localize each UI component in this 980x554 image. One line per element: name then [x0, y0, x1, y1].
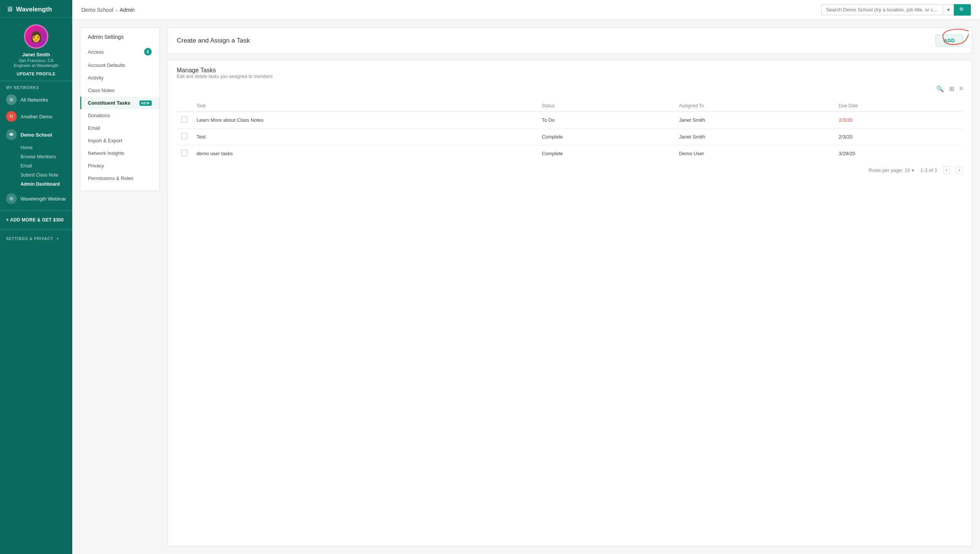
sidebar-item-all-networks[interactable]: ⊞ All Networks: [0, 91, 72, 108]
create-task-card: Create and Assign a Task ADD: [167, 27, 972, 54]
sidebar-item-wavelength-webinar[interactable]: ⊞ Wavelength Webinar: [0, 190, 72, 207]
table-row: TestCompleteJanet Smith2/3/20: [177, 129, 963, 145]
task-name-cell: Learn More about Class Notes: [192, 112, 537, 129]
task-checkbox[interactable]: [181, 117, 188, 123]
wavelength-webinar-label: Wavelength Webinar: [21, 196, 66, 202]
sidebar-item-another-demo[interactable]: M Another Demo: [0, 108, 72, 125]
access-label: Access: [88, 49, 104, 55]
col-header-assigned-to: Assigned To: [675, 100, 834, 112]
demo-school-section: 👁 Demo School Home Browse Members Email …: [0, 125, 72, 190]
wavelength-webinar-icon: ⊞: [6, 193, 17, 204]
admin-menu-privacy[interactable]: Privacy: [80, 160, 159, 172]
table-footer: Rows per page: 10 ▾ 1-3 of 3 ‹ ›: [177, 162, 963, 174]
tasks-toolbar: 🔍 ⊞ ≡: [177, 85, 963, 96]
admin-settings-panel: Admin Settings Access 6 Account Defaults…: [80, 27, 160, 191]
logo-icon: 🖥: [6, 5, 13, 13]
table-row: demo user tasksCompleteDemo User3/29/20: [177, 145, 963, 162]
search-filter-icon[interactable]: ▼: [943, 5, 954, 15]
another-demo-icon: M: [6, 111, 17, 122]
pagination-info: 1-3 of 3: [920, 168, 937, 173]
filter-icon[interactable]: ≡: [959, 85, 963, 93]
col-header-task: Task: [192, 100, 537, 112]
task-status-cell: Complete: [537, 129, 675, 145]
constituent-tasks-label: Constituent Tasks: [88, 100, 130, 106]
sidebar-subitem-submit-class-note[interactable]: Submit Class Note: [0, 171, 72, 180]
search-icon[interactable]: 🔍: [936, 85, 944, 93]
admin-menu-constituent-tasks[interactable]: Constituent Tasks NEW: [80, 97, 159, 109]
add-more-button[interactable]: + ADD MORE & GET $300: [0, 214, 72, 227]
permissions-roles-label: Permissions & Roles: [88, 176, 134, 181]
admin-menu-network-insights[interactable]: Network Insights: [80, 147, 159, 160]
tasks-table-body: Learn More about Class NotesTo DoJanet S…: [177, 112, 963, 162]
task-status-cell: To Do: [537, 112, 675, 129]
account-defaults-label: Account Defaults: [88, 62, 125, 68]
task-checkbox[interactable]: [181, 150, 188, 156]
admin-menu-permissions-roles[interactable]: Permissions & Roles: [80, 172, 159, 185]
admin-menu-access[interactable]: Access 6: [80, 45, 159, 59]
sidebar-subitem-admin-dashboard[interactable]: Admin Dashboard: [0, 180, 72, 189]
admin-menu-class-notes[interactable]: Class Notes: [80, 84, 159, 97]
sidebar-subitem-browse-members[interactable]: Browse Members: [0, 152, 72, 161]
col-header-due-date: Due Date: [834, 100, 963, 112]
search-bar: ▼ 🔍: [821, 4, 971, 16]
admin-menu-email[interactable]: Email: [80, 122, 159, 134]
update-profile-button[interactable]: UPDATE PROFILE: [17, 72, 56, 76]
add-task-button[interactable]: ADD: [935, 35, 963, 46]
task-checkbox[interactable]: [181, 133, 188, 139]
manage-tasks-subtitle: Edit and delete tasks you assigned to me…: [177, 74, 963, 79]
sidebar-subitem-home[interactable]: Home: [0, 143, 72, 152]
admin-menu-import-export[interactable]: Import & Export: [80, 134, 159, 147]
task-due-date-cell: 2/3/20: [834, 112, 963, 129]
create-task-title: Create and Assign a Task: [177, 37, 250, 45]
another-demo-label: Another Demo: [21, 114, 52, 120]
email-label: Email: [88, 125, 100, 131]
manage-tasks-header: Manage Tasks Edit and delete tasks you a…: [177, 67, 963, 79]
task-status-cell: Complete: [537, 145, 675, 162]
sidebar-subitem-email[interactable]: Email: [0, 161, 72, 171]
admin-menu-account-defaults[interactable]: Account Defaults: [80, 59, 159, 72]
prev-page-button[interactable]: ‹: [943, 166, 950, 174]
col-header-status: Status: [537, 100, 675, 112]
topbar: Demo School › Admin ▼ 🔍: [72, 0, 980, 20]
privacy-label: Privacy: [88, 163, 104, 169]
admin-menu-activity[interactable]: Activity: [80, 72, 159, 84]
manage-tasks-card: Manage Tasks Edit and delete tasks you a…: [167, 60, 972, 546]
sidebar-divider-2: [0, 230, 72, 230]
rows-per-page-value[interactable]: 10 ▾: [905, 168, 914, 173]
breadcrumb-separator: ›: [116, 7, 118, 13]
logo-text: Wavelength: [16, 6, 52, 13]
tasks-panel: Create and Assign a Task ADD Manage Task…: [167, 27, 972, 546]
manage-tasks-title: Manage Tasks: [177, 67, 963, 74]
access-badge: 6: [144, 48, 152, 56]
all-networks-icon: ⊞: [6, 94, 17, 105]
new-badge: NEW: [140, 101, 152, 106]
user-name: Janet Smith: [22, 52, 50, 57]
demo-school-label: Demo School: [21, 132, 52, 138]
breadcrumb-network[interactable]: Demo School: [81, 7, 113, 13]
activity-label: Activity: [88, 75, 103, 81]
network-insights-label: Network Insights: [88, 150, 124, 156]
search-input[interactable]: [821, 4, 943, 15]
donations-label: Donations: [88, 113, 110, 118]
task-assigned-cell: Janet Smith: [675, 129, 834, 145]
admin-menu-donations[interactable]: Donations: [80, 109, 159, 122]
settings-label: SETTINGS & PRIVACY: [6, 237, 54, 241]
my-networks-label: MY NETWORKS: [0, 81, 72, 91]
grid-view-icon[interactable]: ⊞: [949, 85, 954, 93]
all-networks-label: All Networks: [21, 97, 48, 103]
breadcrumb-current-page: Admin: [120, 7, 135, 13]
tasks-table: Task Status Assigned To Due Date Learn M…: [177, 100, 963, 162]
table-row: Learn More about Class NotesTo DoJanet S…: [177, 112, 963, 129]
next-page-button[interactable]: ›: [956, 166, 963, 174]
col-header-checkbox: [177, 100, 192, 112]
content-area: Admin Settings Access 6 Account Defaults…: [72, 20, 980, 554]
class-notes-label: Class Notes: [88, 88, 115, 93]
sidebar-item-demo-school[interactable]: 👁 Demo School: [0, 126, 72, 143]
admin-settings-title: Admin Settings: [80, 34, 159, 45]
settings-privacy-link[interactable]: SETTINGS & PRIVACY +: [0, 233, 72, 245]
sidebar-header: 🖥 Wavelength: [0, 0, 72, 18]
search-button[interactable]: 🔍: [954, 4, 971, 16]
task-due-date-cell: 3/29/20: [834, 145, 963, 162]
task-assigned-cell: Janet Smith: [675, 112, 834, 129]
task-checkbox-cell: [177, 129, 192, 145]
